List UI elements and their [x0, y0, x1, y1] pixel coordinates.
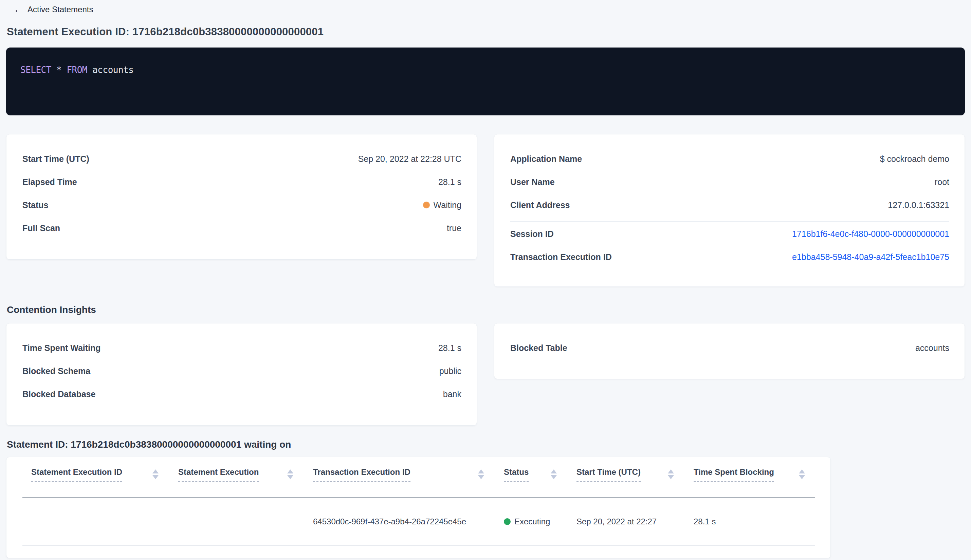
- column-header-statement-execution-id[interactable]: Statement Execution ID: [22, 457, 169, 497]
- application-name-label: Application Name: [510, 154, 582, 164]
- cell-transaction-execution-id: 64530d0c-969f-437e-a9b4-26a72245e45e: [304, 498, 495, 545]
- client-address-value: 127.0.0.1:63321: [888, 200, 949, 210]
- column-header-label: Status: [504, 467, 529, 482]
- overview-cards-row: Start Time (UTC) Sep 20, 2022 at 22:28 U…: [6, 134, 965, 287]
- contention-insights-heading: Contention Insights: [7, 305, 965, 315]
- back-link-label: Active Statements: [27, 5, 93, 14]
- blocked-schema-label: Blocked Schema: [22, 366, 90, 376]
- column-header-statement-execution[interactable]: Statement Execution: [169, 457, 304, 497]
- cell-status-text: Executing: [514, 517, 550, 527]
- blocked-table-row: Blocked Table accounts: [510, 336, 949, 359]
- overview-right-card: Application Name $ cockroach demo User N…: [494, 134, 965, 287]
- column-header-time-spent-blocking[interactable]: Time Spent Blocking: [685, 457, 816, 497]
- application-name-value: $ cockroach demo: [880, 154, 949, 164]
- elapsed-time-label: Elapsed Time: [22, 177, 77, 187]
- client-address-row: Client Address 127.0.0.1:63321: [510, 193, 949, 217]
- statement-execution-page: ← Active Statements Statement Execution …: [0, 0, 971, 560]
- sort-icon: [799, 467, 805, 479]
- time-spent-waiting-value: 28.1 s: [438, 343, 461, 353]
- full-scan-value: true: [447, 223, 461, 233]
- start-time-label: Start Time (UTC): [22, 154, 89, 164]
- blocked-schema-value: public: [439, 366, 461, 376]
- full-scan-label: Full Scan: [22, 223, 60, 233]
- time-spent-waiting-row: Time Spent Waiting 28.1 s: [22, 336, 461, 359]
- blocked-table-value: accounts: [915, 343, 949, 353]
- sort-icon: [551, 467, 557, 479]
- blocked-table-label: Blocked Table: [510, 343, 567, 353]
- sql-keyword-select: SELECT: [20, 65, 51, 75]
- contention-cards-row: Time Spent Waiting 28.1 s Blocked Schema…: [6, 323, 965, 426]
- session-id-row: Session ID 1716b1f6-4e0c-f480-0000-00000…: [510, 222, 949, 245]
- cell-status: Executing: [495, 498, 568, 545]
- sql-statement-box: SELECT * FROM accounts: [6, 48, 965, 115]
- right-card-divider: [510, 221, 949, 222]
- waiting-on-heading: Statement ID: 1716b218dc0b38380000000000…: [7, 439, 965, 450]
- transaction-execution-id-label: Transaction Execution ID: [510, 252, 612, 262]
- sql-keyword-from: FROM: [67, 65, 87, 75]
- cell-time-spent-blocking: 28.1 s: [685, 498, 816, 545]
- waiting-on-table-row: 64530d0c-969f-437e-a9b4-26a72245e45e Exe…: [22, 498, 815, 546]
- full-scan-row: Full Scan true: [22, 217, 461, 240]
- transaction-execution-id-row: Transaction Execution ID e1bba458-5948-4…: [510, 245, 949, 268]
- status-value: Waiting: [423, 200, 461, 210]
- column-header-transaction-execution-id[interactable]: Transaction Execution ID: [304, 457, 495, 497]
- blocked-schema-row: Blocked Schema public: [22, 359, 461, 382]
- column-header-label: Statement Execution: [178, 467, 259, 482]
- elapsed-time-row: Elapsed Time 28.1 s: [22, 170, 461, 193]
- status-label: Status: [22, 200, 48, 210]
- back-arrow-icon: ←: [13, 5, 23, 14]
- blocked-database-label: Blocked Database: [22, 389, 95, 399]
- client-address-label: Client Address: [510, 200, 570, 210]
- sort-icon: [287, 467, 293, 479]
- elapsed-time-value: 28.1 s: [438, 177, 461, 187]
- column-header-label: Statement Execution ID: [31, 467, 122, 482]
- sort-icon: [152, 467, 158, 479]
- blocked-database-value: bank: [443, 389, 461, 399]
- status-executing-dot-icon: [504, 518, 511, 525]
- status-value-text: Waiting: [434, 200, 461, 210]
- user-name-value: root: [935, 177, 949, 187]
- column-header-status[interactable]: Status: [495, 457, 568, 497]
- start-time-row: Start Time (UTC) Sep 20, 2022 at 22:28 U…: [22, 147, 461, 170]
- column-header-label: Transaction Execution ID: [313, 467, 410, 482]
- sort-icon: [478, 467, 484, 479]
- sql-identifier: accounts: [92, 65, 133, 75]
- back-to-active-statements-link[interactable]: ← Active Statements: [13, 5, 93, 14]
- blocked-database-row: Blocked Database bank: [22, 382, 461, 405]
- column-header-label: Start Time (UTC): [577, 467, 641, 482]
- transaction-execution-id-link[interactable]: e1bba458-5948-40a9-a42f-5feac1b10e75: [792, 252, 949, 262]
- contention-left-card: Time Spent Waiting 28.1 s Blocked Schema…: [6, 323, 477, 426]
- time-spent-waiting-label: Time Spent Waiting: [22, 343, 101, 353]
- page-title: Statement Execution ID: 1716b218dc0b3838…: [7, 26, 965, 38]
- waiting-on-table-header-row: Statement Execution ID Statement Executi…: [22, 457, 815, 498]
- waiting-on-table-card: Statement Execution ID Statement Executi…: [6, 457, 831, 558]
- cell-statement-execution-id: [22, 498, 169, 545]
- overview-left-card: Start Time (UTC) Sep 20, 2022 at 22:28 U…: [6, 134, 477, 260]
- column-header-label: Time Spent Blocking: [694, 467, 774, 482]
- user-name-label: User Name: [510, 177, 555, 187]
- column-header-start-time[interactable]: Start Time (UTC): [568, 457, 685, 497]
- cell-start-time: Sep 20, 2022 at 22:27: [568, 498, 685, 545]
- session-id-label: Session ID: [510, 229, 554, 239]
- sql-statement-text: SELECT * FROM accounts: [20, 65, 133, 75]
- status-row: Status Waiting: [22, 193, 461, 217]
- cell-statement-execution: [169, 498, 304, 545]
- status-waiting-dot-icon: [423, 202, 430, 208]
- sql-star: *: [56, 65, 62, 75]
- sort-icon: [668, 467, 674, 479]
- application-name-row: Application Name $ cockroach demo: [510, 147, 949, 170]
- user-name-row: User Name root: [510, 170, 949, 193]
- contention-right-card: Blocked Table accounts: [494, 323, 965, 379]
- start-time-value: Sep 20, 2022 at 22:28 UTC: [358, 154, 461, 164]
- session-id-link[interactable]: 1716b1f6-4e0c-f480-0000-000000000001: [792, 229, 949, 239]
